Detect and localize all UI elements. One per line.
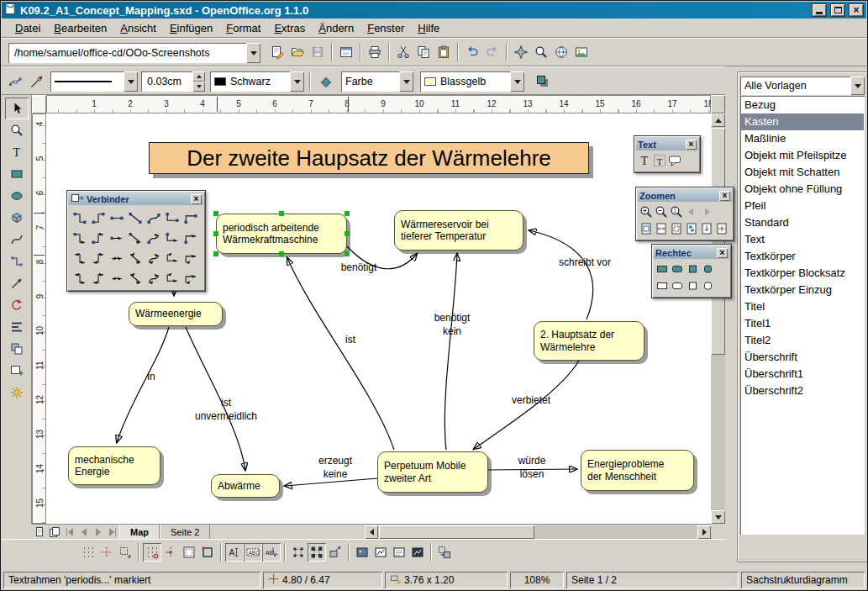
navigator-icon[interactable] (511, 42, 531, 62)
style-textk-rper-einzug[interactable]: Textkörper Einzug (741, 282, 864, 298)
cut-icon[interactable] (393, 42, 413, 62)
edit-mode-icon[interactable] (336, 42, 356, 62)
connector-type-icon[interactable] (181, 268, 199, 288)
snap-lines-visible-icon[interactable] (97, 543, 116, 562)
edge-label-verbietet[interactable]: verbietet (512, 393, 550, 407)
square-o-icon[interactable] (685, 277, 700, 294)
close-icon[interactable]: × (717, 248, 728, 258)
snap-frame-icon[interactable] (198, 543, 217, 562)
width-increase-button[interactable] (192, 71, 205, 82)
hyperlink-icon[interactable] (551, 42, 571, 62)
zoom-100-icon[interactable]: 1 (669, 203, 684, 220)
style-titel[interactable]: Titel (741, 298, 864, 315)
edge-label-in[interactable]: in (147, 370, 155, 383)
enter-group-icon[interactable] (435, 543, 454, 562)
copy-icon[interactable] (413, 42, 434, 62)
scroll-down-icon[interactable] (711, 510, 725, 524)
square-f-icon[interactable] (685, 261, 700, 277)
rect-o-icon[interactable] (655, 277, 670, 294)
diagram-title[interactable]: Der zweite Haupsatz der Wärmelehre (149, 142, 589, 174)
selection-handle[interactable] (213, 231, 218, 236)
style-ma-linie[interactable]: Maßlinie (741, 130, 864, 147)
connector-type-icon[interactable] (88, 268, 107, 288)
insert-icon[interactable] (5, 360, 29, 382)
status-position[interactable]: 4.80 / 6.47 (263, 572, 382, 588)
style-bezug[interactable]: Bezug (741, 97, 864, 113)
rect-round-f-icon[interactable] (670, 261, 685, 277)
connector-type-icon[interactable] (70, 208, 88, 228)
zoom-optimal-icon[interactable] (669, 220, 684, 237)
snap-lines-icon[interactable] (161, 543, 180, 562)
style-filter-value[interactable]: Alle Vorlagen (740, 77, 850, 95)
rechteck-palette-titlebar[interactable]: Rechtec × (654, 246, 729, 259)
zoomen-palette-titlebar[interactable]: Zoomen × (638, 189, 732, 202)
drawing-canvas[interactable]: Der zweite Haupsatz der Wärmelehre perio… (46, 113, 711, 524)
selection-handle[interactable] (279, 251, 284, 256)
text-fit-icon[interactable]: T (652, 152, 667, 169)
close-icon[interactable]: × (719, 191, 730, 201)
print-icon[interactable] (365, 42, 385, 62)
zoom-in-icon[interactable] (639, 203, 654, 220)
effects-icon[interactable] (5, 382, 29, 404)
scrollbar-grip[interactable] (711, 95, 725, 113)
edge-schreibt-vor[interactable] (529, 230, 593, 319)
arrow-line-icon[interactable] (5, 272, 29, 294)
quick-edit-icon[interactable]: A (225, 543, 244, 562)
undo-icon[interactable] (462, 42, 482, 62)
page-view-icon[interactable] (32, 525, 47, 539)
selection-handle[interactable] (279, 211, 284, 216)
connector-type-icon[interactable] (181, 208, 199, 228)
concept-node-mechanische[interactable]: mechanische Energie (68, 446, 160, 485)
width-decrease-button[interactable] (192, 82, 205, 92)
style-berschrift1[interactable]: Überschrift1 (741, 366, 864, 383)
square-round-f-icon[interactable] (700, 261, 715, 277)
menu-extras[interactable]: Extras (267, 20, 312, 36)
connector-type-icon[interactable] (125, 248, 144, 268)
layer-view-icon[interactable] (47, 525, 62, 539)
selection-handle[interactable] (345, 231, 350, 236)
connector-type-icon[interactable] (107, 228, 125, 248)
style-berschrift2[interactable]: Überschrift2 (741, 383, 864, 399)
style-titel2[interactable]: Titel2 (741, 332, 864, 349)
close-icon[interactable]: × (191, 194, 202, 204)
square-round-o-icon[interactable] (700, 277, 715, 294)
style-text[interactable]: Text (741, 231, 864, 248)
horizontal-scroll-thumb[interactable] (379, 525, 534, 539)
connector-type-icon[interactable] (144, 268, 162, 288)
paste-icon[interactable] (434, 42, 454, 62)
concept-node-abw-rme[interactable]: Abwärme (211, 474, 280, 498)
callout-icon[interactable] (667, 152, 682, 169)
connector-type-icon[interactable] (107, 208, 125, 228)
horizontal-scrollbar[interactable] (365, 525, 711, 539)
zoom-icon[interactable] (5, 119, 29, 141)
object3d-icon[interactable] (5, 207, 29, 229)
edit-points-icon[interactable] (5, 71, 25, 92)
line-style-dropdown[interactable] (124, 71, 138, 92)
vertical-scrollbar[interactable] (711, 113, 725, 524)
connector-type-icon[interactable] (144, 248, 162, 268)
verbinder-palette-titlebar[interactable]: Verbinder × (69, 193, 203, 205)
style-berschrift[interactable]: Überschrift (741, 349, 864, 366)
open-icon[interactable] (287, 42, 308, 62)
text-palette-titlebar[interactable]: Text × (636, 138, 698, 150)
connector-type-icon[interactable] (70, 248, 88, 268)
concept-node-periodisch-arbeitende[interactable]: periodisch arbeitende Wärmekraftmaschine (216, 214, 347, 254)
big-handles-icon[interactable] (308, 543, 326, 562)
style-objekt-mit-schatten[interactable]: Objekt mit Schatten (741, 164, 864, 181)
connector-type-icon[interactable] (125, 228, 144, 248)
rotate-icon[interactable] (5, 294, 29, 316)
line-width-input[interactable] (145, 76, 188, 87)
url-dropdown-button[interactable] (246, 43, 260, 63)
snap-margins-icon[interactable] (180, 543, 198, 562)
zoom-shift-icon[interactable] (699, 220, 714, 237)
connector-type-icon[interactable] (70, 228, 88, 248)
edge-label-w-rde[interactable]: würde lösen (518, 454, 546, 481)
connector-type-icon[interactable] (162, 268, 181, 288)
menu-format[interactable]: Format (219, 20, 267, 36)
page-tab-seite-2[interactable]: Seite 2 (160, 525, 210, 539)
rect-round-o-icon[interactable] (670, 277, 685, 294)
horizontal-ruler[interactable]: 123456789101112131415161718 (46, 95, 711, 113)
connector-type-icon[interactable] (162, 228, 181, 248)
connector-icon[interactable] (5, 251, 29, 272)
connector-type-icon[interactable] (70, 268, 88, 288)
